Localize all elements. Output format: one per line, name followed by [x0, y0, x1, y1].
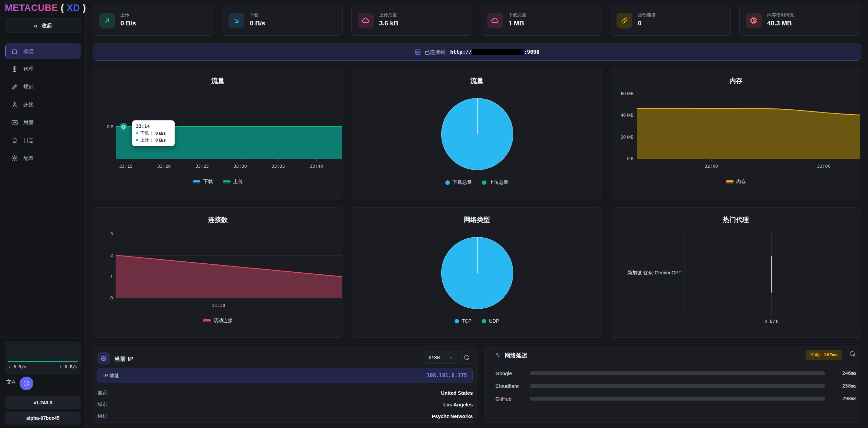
tick-mark	[278, 159, 279, 161]
latency-refresh-button[interactable]	[849, 350, 855, 358]
chart-title: 热门代理	[611, 215, 861, 224]
stat-card-download: 下载 0 B/s	[222, 5, 343, 36]
server-icon	[414, 49, 421, 56]
stat-value: 0 B/s	[120, 20, 136, 27]
org-row: 组织Psychz Networks	[97, 413, 473, 419]
legend-download-total[interactable]: 下载总量	[445, 179, 472, 186]
collapse-label: 收起	[42, 23, 52, 29]
chart-title: 网络类型	[352, 215, 602, 224]
mini-chart-line	[8, 361, 78, 362]
connections-area-series[interactable]	[116, 234, 342, 298]
network-icon	[11, 101, 18, 108]
legend-udp[interactable]: UDP	[482, 318, 499, 324]
cloud-icon	[358, 13, 374, 28]
stat-value: 40.3 MB	[767, 20, 792, 27]
connected-label: 已连接到:	[425, 49, 447, 56]
ip-refresh-button[interactable]	[460, 351, 473, 364]
cloud-icon	[487, 13, 503, 28]
sidebar-item-label: 用量	[23, 119, 34, 126]
stat-value: 0	[638, 20, 642, 27]
latency-row-google: Google 246ms	[495, 369, 857, 377]
connected-banner: 已连接到: http://:9090	[93, 44, 861, 61]
legend-tcp[interactable]: TCP	[455, 318, 471, 324]
legend-memory[interactable]: 内存	[726, 179, 746, 185]
y-axis-tick: 3	[96, 231, 113, 236]
sidebar-item-config[interactable]: 配置	[5, 150, 81, 166]
stat-card-active-connections: 活动连接 0	[610, 5, 731, 36]
latency-row-cloudflare: Cloudflare 258ms	[495, 382, 857, 390]
legend-chip-icon	[193, 180, 200, 183]
sidebar-collapse-button[interactable]: « 收起	[5, 19, 81, 33]
stat-card-upload-total: 上传总量 3.6 kB	[351, 5, 472, 36]
latency-bar-track	[530, 397, 825, 401]
arrow-up-right-icon	[99, 13, 115, 28]
y-axis-tick: 20 MB	[614, 134, 634, 140]
network-type-pie[interactable]	[441, 237, 513, 309]
download-speed: ↓ 0 B/s	[8, 364, 26, 369]
sidebar-nav: 概览 代理 规则 连接 用量 日志	[5, 43, 81, 168]
latency-bar-track	[530, 384, 825, 388]
tick-mark	[824, 159, 824, 161]
redacted-host	[472, 49, 524, 55]
sidebar-item-label: 配置	[23, 155, 34, 162]
axis-line	[684, 232, 684, 316]
sidebar-item-logs[interactable]: 日志	[5, 132, 81, 148]
y-axis-tick: 0	[96, 295, 113, 300]
country-row: 国家United States	[97, 390, 473, 396]
x-axis-tick: 31:30	[208, 303, 230, 308]
chart-tooltip: 33:14 下载: 0 B/s 上传: 0 B/s	[132, 120, 175, 146]
stat-value: 1 MB	[508, 20, 524, 27]
dashboard-root: METACUBE ( XD ) « 收起 概览 代理 规则 连接	[0, 0, 868, 428]
cpu-icon	[746, 13, 762, 28]
legend-active-connections[interactable]: 活动连接	[203, 318, 233, 324]
legend-upload[interactable]: 上传	[223, 179, 243, 185]
sidebar-item-overview[interactable]: 概览	[5, 43, 81, 59]
x-axis-tick: 0 B/s	[760, 319, 782, 324]
sidebar-item-label: 连接	[23, 102, 34, 108]
version-button[interactable]: v1.243.0	[5, 396, 81, 409]
y-axis-tick: 0 B	[96, 124, 114, 129]
proxy-category-label: 新加坡-优化-Gemini-GPT	[616, 270, 681, 276]
tick-mark	[126, 159, 126, 161]
arrow-up-icon: ↑	[59, 364, 62, 369]
chart-title: 流量	[352, 76, 602, 85]
traffic-pie[interactable]	[441, 98, 513, 170]
palette-icon	[23, 380, 30, 387]
legend-download[interactable]: 下载	[193, 179, 213, 185]
sidebar-item-connections[interactable]: 连接	[5, 97, 81, 112]
network-latency-card: 网络延迟 平均: 267ms Google 246ms Cloudflare 2…	[485, 346, 861, 423]
sidebar-item-usage[interactable]: 用量	[5, 115, 81, 130]
x-axis-tick: 32:00	[700, 164, 722, 169]
arrow-down-right-icon	[228, 13, 244, 28]
theme-palette-button[interactable]	[20, 377, 33, 390]
tick-mark	[711, 159, 712, 161]
legend-dot-icon	[445, 180, 450, 185]
ip-label: IP 地址	[103, 372, 119, 379]
stat-label: 下载总量	[508, 12, 526, 18]
tick-mark	[164, 159, 164, 161]
legend-upload-total[interactable]: 上传总量	[482, 179, 508, 186]
connections-chart-card: 连接数 3 2 1 0 31:30 活动连接	[93, 207, 343, 338]
pie-slice-divider	[477, 98, 478, 134]
x-axis-tick: 33:15	[115, 164, 137, 169]
stat-value: 3.6 kB	[379, 20, 398, 27]
sidebar-item-rules[interactable]: 规则	[5, 79, 81, 95]
divider	[0, 39, 86, 39]
x-axis-tick: 33:40	[305, 164, 327, 169]
refresh-icon	[464, 354, 470, 360]
language-icon[interactable]: 文A	[6, 379, 15, 386]
stat-label: 活动连接	[638, 12, 656, 18]
stat-card-download-total: 下载总量 1 MB	[481, 5, 601, 36]
sidebar-item-proxies[interactable]: 代理	[5, 61, 81, 77]
memory-area-series[interactable]	[637, 94, 860, 159]
current-ip-card: 当前 IP IP.SB IP 地址 108.181.6.175 国家United…	[93, 346, 477, 423]
latency-row-github: GitHub 298ms	[495, 394, 857, 403]
series-dot-icon	[136, 132, 138, 134]
legend-dot-icon	[482, 319, 486, 323]
x-axis-tick: 33:35	[267, 164, 289, 169]
area-chart-icon	[11, 119, 18, 126]
build-button[interactable]: alpha-97bce45	[5, 412, 81, 425]
ip-provider-select[interactable]: IP.SB	[424, 351, 457, 364]
y-axis-tick: 2	[96, 253, 113, 258]
stat-label: 上传	[120, 12, 129, 18]
